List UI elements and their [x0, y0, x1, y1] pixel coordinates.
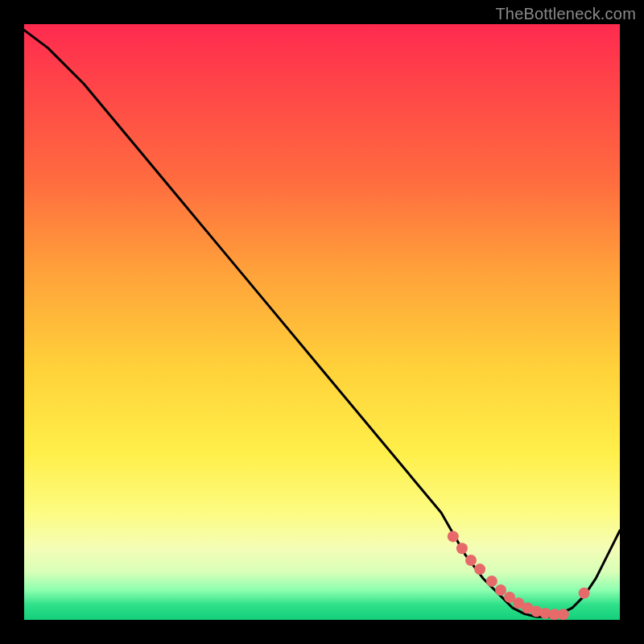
- attribution-text: TheBottleneck.com: [495, 5, 636, 23]
- plot-area: [24, 24, 620, 620]
- optimal-dot: [495, 584, 506, 596]
- optimal-dot: [558, 609, 569, 620]
- chart-stage: TheBottleneck.com: [0, 0, 644, 644]
- optimal-dot: [448, 530, 459, 542]
- optimal-dot: [456, 543, 468, 554]
- optimal-dot: [465, 555, 477, 566]
- optimal-dot: [486, 576, 497, 587]
- curve-layer: [24, 24, 620, 620]
- bottleneck-curve: [24, 30, 620, 617]
- optimal-dot: [474, 564, 485, 575]
- optimal-range-dots: [448, 530, 590, 620]
- optimal-dot: [579, 588, 590, 599]
